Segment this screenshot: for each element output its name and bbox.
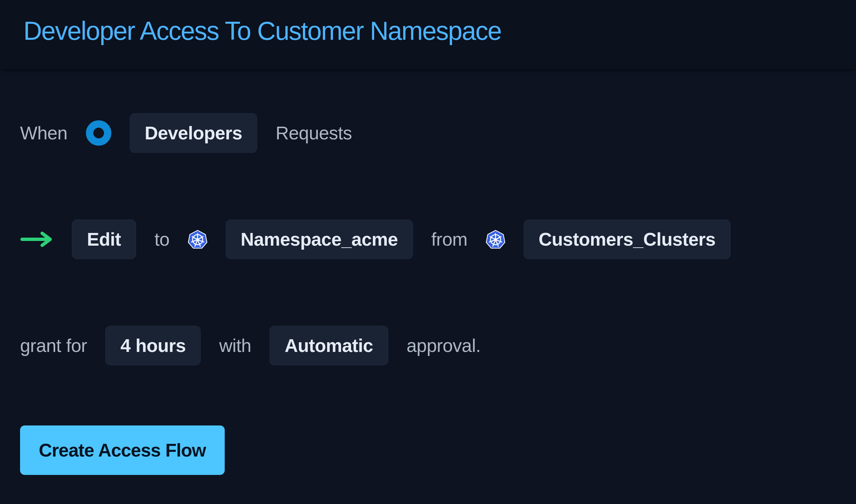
approval-chip[interactable]: Automatic <box>269 326 388 365</box>
cluster-chip[interactable]: Customers_Clusters <box>524 220 731 259</box>
when-label: When <box>20 122 68 144</box>
flow-row-trigger: When Developers Requests <box>20 113 836 153</box>
page-title: Developer Access To Customer Namespace <box>23 16 833 46</box>
approval-suffix: approval. <box>407 335 481 356</box>
grant-for-label: grant for <box>20 335 87 356</box>
flow-row-target: Edit to Namespace_acme from Customers_Cl… <box>20 220 836 259</box>
create-access-flow-button[interactable]: Create Access Flow <box>20 426 225 475</box>
flow-row-grant: grant for 4 hours with Automatic approva… <box>20 326 836 365</box>
flow-builder: When Developers Requests Edit to Namespa… <box>0 70 856 495</box>
kubernetes-icon <box>188 230 207 249</box>
arrow-right-icon <box>20 230 54 249</box>
kubernetes-icon <box>486 230 505 249</box>
group-circle-icon <box>86 120 111 146</box>
resource-chip[interactable]: Namespace_acme <box>226 220 413 259</box>
from-label: from <box>431 229 467 250</box>
grantee-chip[interactable]: Developers <box>130 113 257 153</box>
to-label: to <box>155 229 170 250</box>
with-label: with <box>219 335 251 356</box>
permission-chip[interactable]: Edit <box>72 220 136 259</box>
page-header: Developer Access To Customer Namespace <box>0 0 856 70</box>
duration-chip[interactable]: 4 hours <box>105 326 201 365</box>
requests-label: Requests <box>275 122 352 144</box>
